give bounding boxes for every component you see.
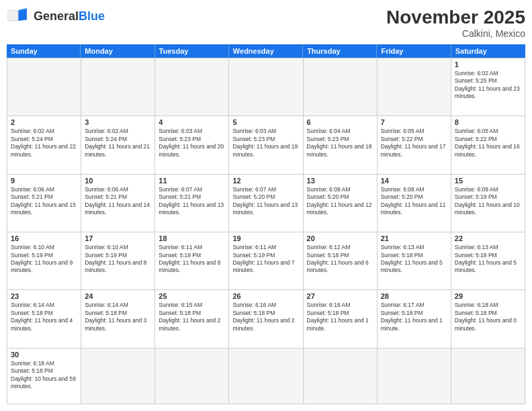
day-info: Sunrise: 6:05 AM Sunset: 5:22 PM Dayligh… (381, 128, 447, 158)
day-number: 20 (307, 234, 373, 242)
day-number: 6 (307, 118, 373, 126)
table-row (229, 58, 303, 116)
day-number: 12 (232, 177, 299, 185)
day-info: Sunrise: 6:02 AM Sunset: 5:24 PM Dayligh… (85, 128, 151, 158)
day-number: 26 (232, 292, 299, 300)
day-number: 21 (381, 234, 447, 242)
svg-rect-0 (8, 11, 18, 21)
day-number: 3 (85, 118, 151, 126)
table-row: 2Sunrise: 6:02 AM Sunset: 5:24 PM Daylig… (7, 116, 81, 174)
logo-text: GeneralBlue (34, 9, 105, 24)
month-title: November 2025 (386, 7, 525, 28)
day-info: Sunrise: 6:18 AM Sunset: 5:18 PM Dayligh… (11, 360, 77, 391)
header-saturday: Saturday (451, 44, 525, 58)
table-row: 3Sunrise: 6:02 AM Sunset: 5:24 PM Daylig… (81, 116, 155, 174)
table-row: 9Sunrise: 6:06 AM Sunset: 5:21 PM Daylig… (7, 175, 81, 232)
day-number: 28 (381, 292, 447, 300)
header-wednesday: Wednesday (229, 44, 303, 58)
table-row: 18Sunrise: 6:11 AM Sunset: 5:19 PM Dayli… (155, 232, 229, 290)
table-row: 28Sunrise: 6:17 AM Sunset: 5:18 PM Dayli… (378, 290, 451, 348)
day-number: 18 (159, 234, 225, 242)
day-number: 11 (159, 177, 225, 185)
table-row: 27Sunrise: 6:16 AM Sunset: 5:18 PM Dayli… (304, 290, 378, 348)
day-number: 9 (11, 177, 77, 185)
table-row (378, 349, 451, 404)
day-info: Sunrise: 6:18 AM Sunset: 5:18 PM Dayligh… (455, 302, 521, 332)
table-row: 12Sunrise: 6:07 AM Sunset: 5:20 PM Dayli… (229, 175, 303, 232)
table-row: 21Sunrise: 6:13 AM Sunset: 5:18 PM Dayli… (378, 232, 451, 290)
calendar-header: Sunday Monday Tuesday Wednesday Thursday… (7, 44, 525, 58)
table-row: 25Sunrise: 6:15 AM Sunset: 5:18 PM Dayli… (155, 290, 229, 348)
logo-icon (7, 7, 31, 26)
day-info: Sunrise: 6:07 AM Sunset: 5:20 PM Dayligh… (232, 186, 299, 217)
header-tuesday: Tuesday (155, 44, 229, 58)
table-row (451, 349, 525, 404)
location: Calkini, Mexico (386, 28, 525, 39)
calendar-body: 1Sunrise: 6:02 AM Sunset: 5:25 PM Daylig… (7, 58, 525, 404)
table-row (229, 349, 303, 404)
day-number: 23 (11, 292, 77, 300)
table-row: 24Sunrise: 6:14 AM Sunset: 5:18 PM Dayli… (81, 290, 155, 348)
day-number: 15 (455, 177, 521, 185)
day-info: Sunrise: 6:04 AM Sunset: 5:23 PM Dayligh… (307, 128, 373, 158)
table-row: 10Sunrise: 6:06 AM Sunset: 5:21 PM Dayli… (81, 175, 155, 232)
day-number: 19 (232, 234, 299, 242)
table-row: 7Sunrise: 6:05 AM Sunset: 5:22 PM Daylig… (378, 116, 451, 174)
svg-marker-1 (18, 9, 27, 21)
day-number: 24 (85, 292, 151, 300)
day-number: 17 (85, 234, 151, 242)
table-row (81, 58, 155, 116)
calendar: Sunday Monday Tuesday Wednesday Thursday… (7, 44, 525, 404)
table-row: 13Sunrise: 6:08 AM Sunset: 5:20 PM Dayli… (304, 175, 378, 232)
day-number: 27 (307, 292, 373, 300)
table-row (155, 58, 229, 116)
table-row: 14Sunrise: 6:08 AM Sunset: 5:20 PM Dayli… (378, 175, 451, 232)
day-info: Sunrise: 6:06 AM Sunset: 5:21 PM Dayligh… (85, 186, 151, 217)
header-sunday: Sunday (7, 44, 81, 58)
day-info: Sunrise: 6:15 AM Sunset: 5:18 PM Dayligh… (159, 302, 225, 332)
header-friday: Friday (377, 44, 451, 58)
table-row: 15Sunrise: 6:09 AM Sunset: 5:19 PM Dayli… (451, 175, 525, 232)
day-info: Sunrise: 6:02 AM Sunset: 5:25 PM Dayligh… (455, 70, 521, 101)
day-number: 2 (11, 118, 77, 126)
header-monday: Monday (81, 44, 154, 58)
table-row: 19Sunrise: 6:11 AM Sunset: 5:19 PM Dayli… (229, 232, 303, 290)
table-row: 6Sunrise: 6:04 AM Sunset: 5:23 PM Daylig… (304, 116, 378, 174)
day-info: Sunrise: 6:11 AM Sunset: 5:19 PM Dayligh… (232, 244, 299, 275)
day-number: 10 (85, 177, 151, 185)
day-number: 5 (232, 118, 299, 126)
title-block: November 2025 Calkini, Mexico (386, 7, 525, 39)
table-row: 1Sunrise: 6:02 AM Sunset: 5:25 PM Daylig… (451, 58, 525, 116)
day-number: 16 (11, 234, 77, 242)
day-info: Sunrise: 6:14 AM Sunset: 5:18 PM Dayligh… (85, 302, 151, 332)
day-number: 8 (455, 118, 521, 126)
table-row: 22Sunrise: 6:13 AM Sunset: 5:18 PM Dayli… (451, 232, 525, 290)
table-row (81, 349, 155, 404)
day-info: Sunrise: 6:03 AM Sunset: 5:23 PM Dayligh… (232, 128, 299, 158)
table-row: 16Sunrise: 6:10 AM Sunset: 5:19 PM Dayli… (7, 232, 81, 290)
day-number: 1 (455, 60, 521, 68)
day-info: Sunrise: 6:16 AM Sunset: 5:18 PM Dayligh… (307, 302, 373, 332)
table-row: 20Sunrise: 6:12 AM Sunset: 5:18 PM Dayli… (304, 232, 378, 290)
logo: GeneralBlue (7, 7, 105, 26)
day-number: 7 (381, 118, 447, 126)
table-row: 11Sunrise: 6:07 AM Sunset: 5:21 PM Dayli… (155, 175, 229, 232)
day-info: Sunrise: 6:10 AM Sunset: 5:19 PM Dayligh… (85, 244, 151, 275)
day-number: 13 (307, 177, 373, 185)
table-row: 29Sunrise: 6:18 AM Sunset: 5:18 PM Dayli… (451, 290, 525, 348)
day-info: Sunrise: 6:10 AM Sunset: 5:19 PM Dayligh… (11, 244, 77, 275)
table-row (304, 349, 378, 404)
table-row: 23Sunrise: 6:14 AM Sunset: 5:18 PM Dayli… (7, 290, 81, 348)
table-row: 26Sunrise: 6:16 AM Sunset: 5:18 PM Dayli… (229, 290, 303, 348)
day-info: Sunrise: 6:13 AM Sunset: 5:18 PM Dayligh… (381, 244, 447, 275)
table-row (7, 58, 81, 116)
day-info: Sunrise: 6:07 AM Sunset: 5:21 PM Dayligh… (159, 186, 225, 217)
day-number: 22 (455, 234, 521, 242)
table-row (378, 58, 451, 116)
day-info: Sunrise: 6:02 AM Sunset: 5:24 PM Dayligh… (11, 128, 77, 158)
header-thursday: Thursday (303, 44, 377, 58)
table-row: 17Sunrise: 6:10 AM Sunset: 5:19 PM Dayli… (81, 232, 155, 290)
table-row: 30Sunrise: 6:18 AM Sunset: 5:18 PM Dayli… (7, 349, 81, 404)
day-info: Sunrise: 6:14 AM Sunset: 5:18 PM Dayligh… (11, 302, 77, 332)
day-info: Sunrise: 6:12 AM Sunset: 5:18 PM Dayligh… (307, 244, 373, 275)
